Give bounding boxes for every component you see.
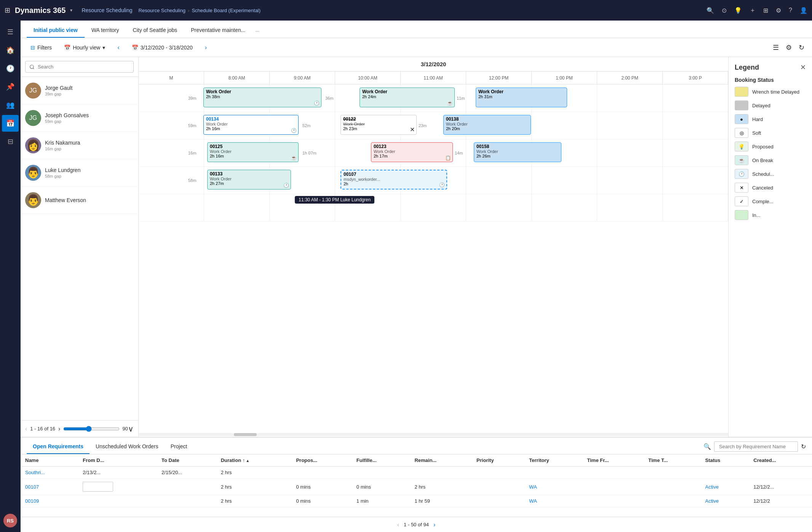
col-remaining[interactable]: Remain...: [410, 454, 472, 467]
table-row: 00107 2 hrs 0 mins 0 mins 2 hrs WA: [21, 479, 812, 495]
list-view-icon[interactable]: ☰: [771, 42, 780, 53]
booking-block[interactable]: 00134 Work Order 2h 16m 🕐: [203, 115, 299, 135]
booking-id: 00138: [446, 116, 528, 122]
req-name-link[interactable]: 00109: [25, 498, 39, 504]
avatar: 👩: [25, 137, 41, 153]
plus-icon[interactable]: ＋: [750, 6, 756, 14]
zoom-slider[interactable]: [63, 426, 119, 432]
col-territory[interactable]: Territory: [524, 454, 582, 467]
cell-bg: [466, 194, 532, 221]
search-icon[interactable]: 🔍: [707, 7, 714, 14]
col-duration[interactable]: Duration ↑▲: [216, 454, 292, 467]
col-created[interactable]: Created...: [749, 454, 812, 467]
expand-chevron[interactable]: ∨: [128, 424, 134, 433]
req-name-link[interactable]: 00107: [25, 484, 39, 490]
next-date-button[interactable]: ›: [201, 42, 211, 53]
next-page-button[interactable]: ›: [58, 425, 60, 432]
search-input[interactable]: [25, 61, 134, 73]
req-refresh-button[interactable]: ↻: [801, 443, 806, 450]
tab-wa-territory[interactable]: WA territory: [85, 23, 126, 38]
req-status-link[interactable]: Active: [705, 484, 719, 490]
resource-row[interactable]: 👨 Matthew Everson: [21, 186, 138, 214]
booking-block[interactable]: Work Order 2h 31m: [476, 88, 567, 107]
requirement-search-input[interactable]: [714, 441, 798, 452]
sidebar-recent[interactable]: 🕐: [2, 60, 19, 77]
app-dropdown-icon[interactable]: ▾: [70, 8, 72, 13]
refresh-icon[interactable]: ↻: [797, 42, 806, 53]
booking-block[interactable]: 00123 Work Order 2h 17m 📋: [371, 142, 453, 162]
circle-check-icon[interactable]: ⊙: [722, 7, 727, 14]
req-name-link[interactable]: Southri...: [25, 470, 45, 475]
booking-block[interactable]: 00138 Work Order 2h 20m: [443, 115, 531, 135]
booking-duration: 2h 27m: [210, 181, 288, 186]
tab-project[interactable]: Project: [165, 440, 193, 454]
prev-page-button[interactable]: ‹: [25, 425, 27, 432]
req-time-to: [644, 467, 700, 479]
col-to-date[interactable]: To Date: [157, 454, 216, 467]
sidebar-hamburger[interactable]: ☰: [2, 24, 19, 40]
settings-icon[interactable]: ⚙: [776, 7, 781, 14]
last-page-button[interactable]: ›: [433, 521, 435, 528]
filters-button[interactable]: ⊟ Filters: [27, 42, 56, 53]
col-priority[interactable]: Priority: [472, 454, 524, 467]
resource-row[interactable]: 👨 Luke Lundgren 58m gap: [21, 159, 138, 186]
booking-duration: 2h 31m: [478, 94, 564, 99]
first-page-button[interactable]: ‹: [397, 521, 399, 528]
booking-block[interactable]: 00122 Work Order 2h 23m ✕: [340, 115, 417, 135]
tab-preventative[interactable]: Preventative mainten...: [184, 23, 252, 38]
user-icon[interactable]: 👤: [800, 7, 807, 14]
booking-duration: 2h 24m: [362, 94, 452, 99]
prev-date-button[interactable]: ‹: [113, 42, 123, 53]
settings-board-icon[interactable]: ⚙: [784, 42, 793, 53]
sidebar-home[interactable]: 🏠: [2, 42, 19, 59]
col-name[interactable]: Name: [21, 454, 78, 467]
req-territory-link[interactable]: WA: [529, 498, 537, 504]
tab-initial-public-view[interactable]: Initial public view: [27, 23, 85, 38]
col-proposed[interactable]: Propos...: [291, 454, 352, 467]
sidebar-pinned[interactable]: 📌: [2, 78, 19, 95]
resource-row[interactable]: JG Jorge Gault 39m gap: [21, 77, 138, 104]
module-name[interactable]: Resource Scheduling: [82, 7, 132, 13]
col-fulfilled[interactable]: Fulfille...: [352, 454, 410, 467]
sidebar-users[interactable]: 👥: [2, 97, 19, 113]
filter-icon[interactable]: ⊞: [763, 7, 768, 14]
user-avatar[interactable]: RS: [3, 514, 17, 527]
date-input-cell[interactable]: [83, 482, 113, 492]
booking-block[interactable]: Work Order 2h 38m 🕐: [203, 88, 321, 107]
app-title: Dynamics 365: [15, 6, 66, 15]
date-range-button[interactable]: 📅 3/12/2020 - 3/18/2020: [128, 42, 197, 53]
resource-row[interactable]: JG Joseph Gonsalves 59m gap: [21, 104, 138, 132]
sidebar-table[interactable]: ⊟: [2, 133, 19, 150]
req-status-link[interactable]: Active: [705, 498, 719, 504]
req-territory-link[interactable]: WA: [529, 484, 537, 490]
booking-status-icon: 🕐: [314, 100, 320, 106]
help-icon[interactable]: ?: [789, 7, 792, 14]
col-status[interactable]: Status: [701, 454, 749, 467]
col-time-from[interactable]: Time Fr...: [583, 454, 644, 467]
tab-open-requirements[interactable]: Open Requirements: [27, 440, 90, 454]
scrollbar-thumb[interactable]: [234, 433, 257, 436]
tab-seattle-jobs[interactable]: City of Seattle jobs: [126, 23, 184, 38]
col-time-to[interactable]: Time T...: [644, 454, 700, 467]
sidebar-calendar[interactable]: 📅: [2, 115, 19, 132]
booking-block[interactable]: 00125 Work Order 2h 16m ☕: [207, 142, 299, 162]
tab-more-button[interactable]: ···: [252, 24, 262, 38]
resource-name: Luke Lundgren: [45, 167, 80, 173]
app-grid-icon[interactable]: ⊞: [5, 6, 10, 14]
booking-block[interactable]: 00158 Work Order 2h 26m: [474, 142, 561, 162]
legend-close-button[interactable]: ✕: [800, 63, 806, 72]
legend-item: Wrench time Delayed: [735, 87, 806, 97]
resource-row[interactable]: 👩 Kris Nakamura 16m gap: [21, 132, 138, 159]
legend-swatch: ◎: [735, 128, 748, 138]
col-from-date[interactable]: From D...: [78, 454, 157, 467]
cell-bg: [663, 112, 728, 139]
booking-block[interactable]: 00133 Work Order 2h 27m 🕐: [207, 170, 291, 190]
booking-block[interactable]: 00107 msdyn_workorder... 2h 🕐: [340, 170, 447, 190]
view-button[interactable]: 📅 Hourly view ▾: [60, 42, 109, 53]
breadcrumb-item-1[interactable]: Resource Scheduling: [139, 8, 186, 13]
gantt-row: 39m Work Order 2h 38m 🕐 36m Work Order: [139, 84, 728, 112]
lightbulb-icon[interactable]: 💡: [734, 7, 742, 14]
legend-item: ✕ Canceled: [735, 183, 806, 193]
booking-block[interactable]: Work Order 2h 24m ☕: [360, 88, 455, 107]
tab-unscheduled-work-orders[interactable]: Unscheduled Work Orders: [90, 440, 165, 454]
